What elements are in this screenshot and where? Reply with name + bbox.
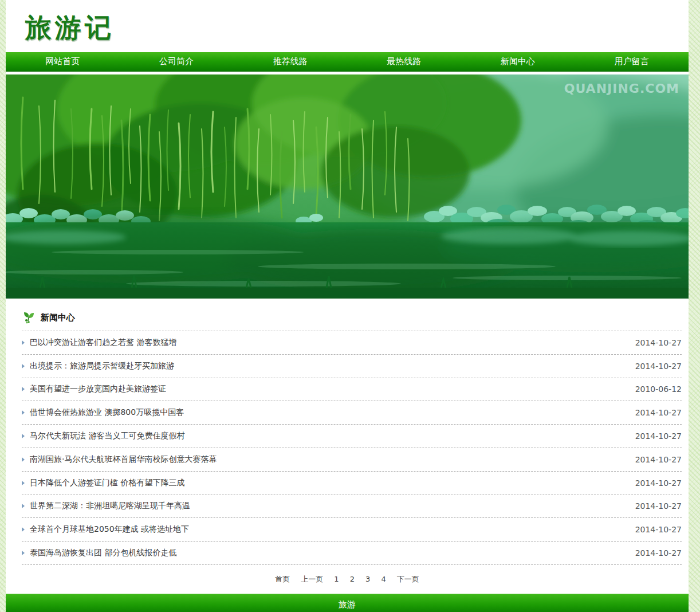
page-1[interactable]: 1 [334, 575, 339, 583]
page-3[interactable]: 3 [365, 575, 370, 583]
nav-item-news-center[interactable]: 新闻中心 [461, 52, 575, 71]
bullet-arrow-icon [22, 364, 25, 368]
main-nav: 网站首页 公司简介 推荐线路 最热线路 新闻中心 用户留言 [6, 52, 689, 72]
bullet-arrow-icon [22, 481, 25, 485]
photo-watermark: QUANJING.COM [564, 81, 679, 96]
bullet-arrow-icon [22, 387, 25, 391]
site-header: 旅游记 [6, 0, 689, 52]
news-date: 2014-10-27 [635, 338, 682, 347]
news-section-title: 新闻中心 [41, 312, 75, 323]
news-link[interactable]: 巴以冲突游让游客们趋之若鹜 游客数猛增 [22, 338, 176, 348]
page-first[interactable]: 首页 [275, 574, 290, 584]
nav-item-recommended-routes[interactable]: 推荐线路 [233, 52, 347, 71]
bullet-arrow-icon [22, 340, 25, 345]
news-row: 全球首个月球基地2050年建成 或将选址地下 2014-10-27 [22, 518, 682, 542]
page-next[interactable]: 下一页 [397, 574, 419, 584]
bullet-arrow-icon [22, 434, 25, 438]
news-link[interactable]: 出境提示：旅游局提示暂缓赴牙买加旅游 [22, 361, 174, 371]
news-section: 新闻中心 巴以冲突游让游客们趋之若鹜 游客数猛增 2014-10-27 出境提示… [6, 299, 689, 565]
news-date: 2014-10-27 [635, 362, 682, 371]
page-prev[interactable]: 上一页 [301, 574, 323, 584]
bullet-arrow-icon [22, 504, 25, 508]
news-link[interactable]: 马尔代夫新玩法 游客当义工可免费住度假村 [22, 431, 184, 441]
nav-item-hot-routes[interactable]: 最热线路 [347, 52, 461, 71]
nav-item-guestbook[interactable]: 用户留言 [575, 52, 689, 71]
news-link[interactable]: 借世博会催热旅游业 澳掷800万吸揽中国客 [22, 407, 184, 418]
news-row: 南湖国旅·马尔代夫航班杯首届华南校际创意大赛落幕 2014-10-27 [22, 448, 682, 472]
leaf-icon [22, 311, 36, 324]
bullet-arrow-icon [22, 410, 25, 415]
news-row: 马尔代夫新玩法 游客当义工可免费住度假村 2014-10-27 [22, 425, 682, 448]
bullet-arrow-icon [22, 551, 25, 555]
news-link[interactable]: 日本降低个人游签证门槛 价格有望下降三成 [22, 478, 184, 488]
news-link[interactable]: 南湖国旅·马尔代夫航班杯首届华南校际创意大赛落幕 [22, 454, 217, 465]
page-2[interactable]: 2 [350, 575, 355, 583]
news-date: 2014-10-27 [635, 408, 682, 417]
banner-scene-illustration [6, 74, 689, 299]
bullet-arrow-icon [22, 527, 25, 532]
news-date: 2014-10-27 [635, 525, 682, 534]
news-row: 美国有望进一步放宽国内赴美旅游签证 2010-06-12 [22, 378, 682, 402]
bullet-arrow-icon [22, 457, 25, 462]
news-row: 巴以冲突游让游客们趋之若鹜 游客数猛增 2014-10-27 [22, 331, 682, 355]
news-date: 2014-10-27 [635, 455, 682, 464]
news-link[interactable]: 美国有望进一步放宽国内赴美旅游签证 [22, 384, 166, 394]
news-date: 2014-10-27 [635, 501, 682, 511]
nav-item-about[interactable]: 公司简介 [120, 52, 234, 71]
news-link[interactable]: 全球首个月球基地2050年建成 或将选址地下 [22, 524, 189, 535]
page-container: 旅游记 网站首页 公司简介 推荐线路 最热线路 新闻中心 用户留言 [6, 0, 689, 612]
nav-item-home[interactable]: 网站首页 [6, 52, 120, 71]
news-row: 泰国海岛游恢复出团 部分包机线报价走低 2014-10-27 [22, 542, 682, 565]
pagination: 首页 上一页 1 2 3 4 下一页 [6, 565, 689, 594]
news-link[interactable]: 泰国海岛游恢复出团 部分包机线报价走低 [22, 548, 176, 558]
news-row: 借世博会催热旅游业 澳掷800万吸揽中国客 2014-10-27 [22, 401, 682, 425]
news-link[interactable]: 世界第二深湖：非洲坦噶尼喀湖呈现千年高温 [22, 501, 190, 511]
news-list: 巴以冲突游让游客们趋之若鹜 游客数猛增 2014-10-27 出境提示：旅游局提… [22, 331, 682, 565]
site-logo[interactable]: 旅游记 [25, 10, 115, 46]
news-row: 日本降低个人游签证门槛 价格有望下降三成 2014-10-27 [22, 472, 682, 495]
news-date: 2014-10-27 [635, 548, 682, 558]
news-section-header: 新闻中心 [22, 308, 682, 327]
news-date: 2014-10-27 [635, 431, 682, 441]
news-row: 世界第二深湖：非洲坦噶尼喀湖呈现千年高温 2014-10-27 [22, 495, 682, 519]
news-date: 2014-10-27 [635, 478, 682, 488]
page-4[interactable]: 4 [381, 575, 386, 583]
banner-image: QUANJING.COM [6, 74, 689, 299]
news-row: 出境提示：旅游局提示暂缓赴牙买加旅游 2014-10-27 [22, 355, 682, 378]
site-footer: 旅游 [6, 594, 689, 612]
news-date: 2010-06-12 [635, 385, 682, 394]
